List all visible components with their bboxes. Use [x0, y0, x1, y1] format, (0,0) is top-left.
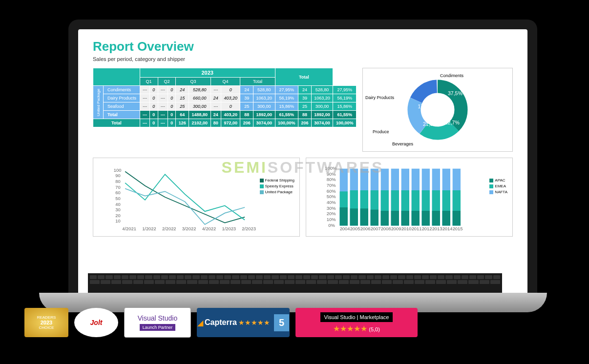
- svg-text:90%: 90%: [327, 172, 336, 177]
- svg-text:4/2021: 4/2021: [122, 226, 136, 231]
- svg-rect-68: [442, 211, 450, 225]
- laptop-frame: Report Overview Sales per period, catego…: [68, 20, 537, 312]
- svg-text:2015: 2015: [453, 226, 463, 231]
- svg-text:70: 70: [115, 185, 120, 190]
- svg-text:100: 100: [114, 168, 122, 173]
- table-row: Total---0---0641488,8024403,20881892,006…: [93, 111, 357, 119]
- svg-text:30: 30: [115, 207, 120, 212]
- svg-rect-38: [340, 207, 348, 225]
- svg-rect-47: [371, 210, 379, 226]
- svg-text:0%: 0%: [328, 223, 335, 228]
- svg-text:4/2022: 4/2022: [202, 226, 216, 231]
- svg-text:2005: 2005: [350, 226, 360, 231]
- donut-label: Condiments: [440, 73, 463, 78]
- screen: Report Overview Sales per period, catego…: [78, 29, 527, 303]
- svg-text:20: 20: [115, 213, 120, 218]
- svg-text:60: 60: [115, 190, 120, 195]
- svg-text:17,8%: 17,8%: [418, 103, 433, 109]
- svg-text:22,7%: 22,7%: [445, 120, 460, 125]
- svg-text:2009: 2009: [391, 226, 401, 231]
- svg-text:60%: 60%: [327, 189, 336, 194]
- report-title: Report Overview: [93, 39, 513, 54]
- svg-text:2/2022: 2/2022: [162, 226, 176, 231]
- svg-text:1/2022: 1/2022: [142, 226, 156, 231]
- svg-text:30%: 30%: [327, 206, 336, 211]
- jolt-badge: Jolt: [74, 308, 118, 337]
- donut-label: Beverages: [392, 142, 413, 146]
- svg-rect-65: [432, 211, 440, 225]
- donut-label: Dairy Products: [365, 95, 394, 100]
- svg-text:50: 50: [115, 196, 120, 201]
- svg-rect-50: [381, 211, 389, 225]
- svg-rect-71: [453, 211, 461, 225]
- svg-text:2007: 2007: [371, 226, 381, 231]
- svg-text:2006: 2006: [360, 226, 371, 231]
- svg-rect-62: [422, 211, 430, 225]
- donut-label: Produce: [373, 129, 389, 134]
- donut-chart: 37,5% 22,7% 21,3% 17,8% Condiments Dairy…: [362, 68, 513, 152]
- svg-text:2014: 2014: [442, 226, 453, 231]
- svg-text:20%: 20%: [327, 211, 336, 216]
- svg-text:2010: 2010: [401, 226, 412, 231]
- bar-chart: 100%90%80%70%60%50%40%30%20%10%0% 200420…: [306, 158, 513, 237]
- svg-text:2011: 2011: [412, 226, 422, 231]
- svg-rect-59: [412, 211, 420, 225]
- svg-text:2008: 2008: [381, 226, 391, 231]
- svg-text:10%: 10%: [327, 217, 336, 222]
- svg-text:50%: 50%: [327, 194, 336, 199]
- line-chart: 100908070605040302010 4/20211/20222/2022…: [93, 158, 300, 237]
- vs-marketplace-badge: Visual Studio | Marketplace★★★★★ (5,0): [295, 308, 418, 337]
- svg-text:70%: 70%: [327, 183, 336, 188]
- svg-text:37,5%: 37,5%: [448, 90, 463, 96]
- svg-text:80%: 80%: [327, 177, 336, 182]
- svg-rect-44: [360, 208, 368, 225]
- svg-rect-56: [401, 211, 409, 225]
- svg-text:1/2023: 1/2023: [222, 226, 236, 231]
- svg-text:40%: 40%: [327, 200, 336, 205]
- svg-text:2012: 2012: [422, 226, 432, 231]
- svg-text:100%: 100%: [325, 166, 337, 171]
- vs-launch-partner-badge: Visual StudioLaunch Partner: [124, 307, 191, 338]
- pivot-table: 2023Total Q1Q2Q3Q4Total United PackageCo…: [93, 68, 357, 152]
- svg-text:40: 40: [115, 202, 120, 207]
- svg-text:3/2022: 3/2022: [182, 226, 196, 231]
- report-subtitle: Sales per period, category and shipper: [93, 56, 513, 62]
- svg-text:2/2023: 2/2023: [242, 226, 256, 231]
- svg-text:90: 90: [115, 173, 120, 178]
- readers-choice-badge: READERS2023CHOICE: [24, 308, 68, 337]
- svg-rect-53: [391, 211, 399, 225]
- table-row: Seafood---0---025300,00---025300,0015,86…: [93, 102, 357, 111]
- badges-row: READERS2023CHOICE Jolt Visual StudioLaun…: [24, 307, 418, 338]
- grand-total-row: Total---0---01262102,0080972,002063074,0…: [93, 119, 357, 127]
- table-row: Dairy Products---0---015660,0024403,2039…: [93, 94, 357, 102]
- svg-text:2004: 2004: [340, 226, 350, 231]
- capterra-badge: ◢ Capterra ★★★★★5: [197, 308, 290, 337]
- svg-rect-41: [350, 208, 358, 225]
- svg-text:80: 80: [115, 179, 120, 184]
- line-legend: Federal Shipping Speedy Express United P…: [260, 178, 294, 195]
- svg-text:2013: 2013: [432, 226, 442, 231]
- svg-text:21,3%: 21,3%: [423, 121, 438, 127]
- svg-text:10: 10: [115, 219, 120, 224]
- bar-legend: APAC EMEA NAFTA: [489, 178, 507, 195]
- table-row: United PackageCondiments---0---024528,80…: [93, 86, 357, 94]
